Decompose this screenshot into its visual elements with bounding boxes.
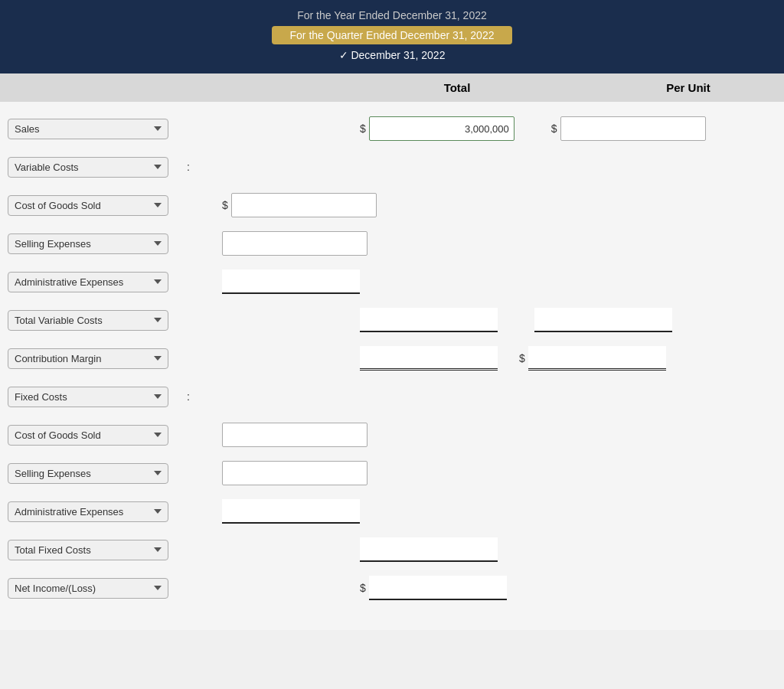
selling-exp1-row: Selling Expenses xyxy=(0,224,784,263)
total-fixed-input[interactable] xyxy=(360,537,498,562)
sales-unit-dollar: $ xyxy=(551,122,557,135)
cogs1-input[interactable] xyxy=(231,193,377,217)
total-variable-total-input[interactable] xyxy=(360,308,498,332)
sales-dollar: $ xyxy=(360,122,366,135)
contribution-unit-input[interactable] xyxy=(528,346,666,371)
admin-exp2-label-area: Administrative Expenses xyxy=(8,501,184,522)
sales-unit-input[interactable] xyxy=(560,116,706,141)
selling-exp1-label-area: Selling Expenses xyxy=(8,233,184,254)
total-fixed-row: Total Fixed Costs xyxy=(0,531,784,569)
cogs1-label-area: Cost of Goods Sold xyxy=(8,195,184,216)
main-content-area: Sales $ $ Variable Costs : Cost of Goods… xyxy=(0,102,784,630)
admin-exp2-row: Administrative Expenses xyxy=(0,492,784,531)
year-option[interactable]: For the Year Ended December 31, 2022 xyxy=(297,9,487,21)
total-fixed-label-area: Total Fixed Costs xyxy=(8,540,184,560)
admin-exp1-row: Administrative Expenses xyxy=(0,263,784,301)
contribution-unit-dollar: $ xyxy=(519,352,525,364)
contribution-total-input[interactable] xyxy=(360,346,498,371)
contribution-row: Contribution Margin $ xyxy=(0,339,784,377)
fixed-costs-label-area: Fixed Costs xyxy=(8,387,184,407)
selling-exp1-dropdown[interactable]: Selling Expenses xyxy=(8,233,168,254)
cogs2-row: Cost of Goods Sold xyxy=(0,416,784,454)
selling-exp2-dropdown[interactable]: Selling Expenses xyxy=(8,463,168,484)
fixed-costs-colon: : xyxy=(187,390,190,403)
net-income-label-area: Net Income/(Loss) xyxy=(8,578,184,599)
total-variable-unit-input[interactable] xyxy=(534,308,672,332)
variable-costs-dropdown[interactable]: Variable Costs xyxy=(8,157,168,178)
date-option-selected[interactable]: ✓ December 31, 2022 xyxy=(339,49,446,61)
net-income-input[interactable] xyxy=(369,576,507,600)
selling-exp2-label-area: Selling Expenses xyxy=(8,463,184,484)
variable-costs-label-area: Variable Costs xyxy=(8,157,184,178)
admin-exp2-dropdown[interactable]: Administrative Expenses xyxy=(8,501,168,522)
sales-total-input[interactable] xyxy=(369,116,514,141)
cogs1-row: Cost of Goods Sold $ xyxy=(0,186,784,224)
period-dropdown-menu: For the Year Ended December 31, 2022 For… xyxy=(0,0,784,73)
quarter-option[interactable]: For the Quarter Ended December 31, 2022 xyxy=(272,26,513,44)
spacer-header xyxy=(184,81,360,94)
total-variable-row: Total Variable Costs xyxy=(0,301,784,339)
variable-costs-row: Variable Costs : xyxy=(0,148,784,186)
net-income-dollar: $ xyxy=(360,582,366,594)
perunit-column-header: Per Unit xyxy=(600,81,776,94)
gap-header xyxy=(554,81,600,94)
selling-exp2-row: Selling Expenses xyxy=(0,454,784,492)
fixed-costs-row: Fixed Costs : xyxy=(0,377,784,416)
admin-exp1-dropdown[interactable]: Administrative Expenses xyxy=(8,272,168,292)
label-column-header xyxy=(8,81,184,94)
cogs2-label-area: Cost of Goods Sold xyxy=(8,425,184,446)
selling-exp1-input[interactable] xyxy=(222,231,368,256)
admin-exp2-input[interactable] xyxy=(222,499,360,524)
total-column-header: Total xyxy=(360,81,554,94)
total-variable-dropdown[interactable]: Total Variable Costs xyxy=(8,310,168,331)
variable-costs-colon: : xyxy=(187,161,190,173)
net-income-row: Net Income/(Loss) $ xyxy=(0,569,784,607)
selling-exp2-input[interactable] xyxy=(222,461,368,485)
admin-exp1-input[interactable] xyxy=(222,269,360,294)
net-income-dropdown[interactable]: Net Income/(Loss) xyxy=(8,578,168,599)
cogs2-input[interactable] xyxy=(222,423,368,447)
cogs1-dollar: $ xyxy=(222,199,228,211)
contribution-dropdown[interactable]: Contribution Margin xyxy=(8,348,168,369)
sales-dropdown[interactable]: Sales xyxy=(8,119,168,139)
fixed-costs-dropdown[interactable]: Fixed Costs xyxy=(8,387,168,407)
total-fixed-dropdown[interactable]: Total Fixed Costs xyxy=(8,540,168,560)
cogs1-dropdown[interactable]: Cost of Goods Sold xyxy=(8,195,168,216)
sales-label-area: Sales xyxy=(8,119,184,139)
contribution-label-area: Contribution Margin xyxy=(8,348,184,369)
admin-exp1-label-area: Administrative Expenses xyxy=(8,272,184,292)
total-variable-label-area: Total Variable Costs xyxy=(8,310,184,331)
sales-row: Sales $ $ xyxy=(0,109,784,148)
cogs2-dropdown[interactable]: Cost of Goods Sold xyxy=(8,425,168,446)
